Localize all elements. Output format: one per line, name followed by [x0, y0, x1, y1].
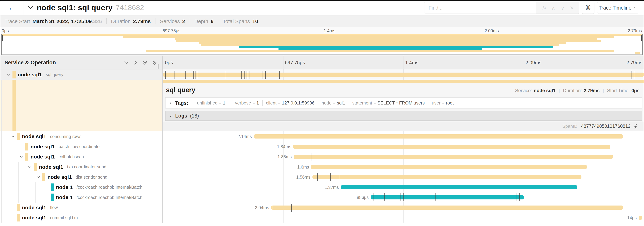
expand-one-icon[interactable] [133, 60, 138, 65]
find-next-icon[interactable]: ∨ [561, 5, 564, 11]
log-marker [330, 173, 331, 181]
span-name: node sql1flow [22, 202, 58, 213]
span-color-bar [17, 204, 20, 211]
span-gantt-row[interactable]: 886μs [163, 192, 644, 202]
span-tree-row[interactable]: node 1/cockroach.roachpb.Internal/Batch [0, 192, 162, 202]
tags-accordion[interactable]: Tags: _unfinished=1_verbose=1client=127.… [165, 97, 642, 108]
span-gantt-row[interactable]: 1.84ms [163, 142, 644, 152]
log-marker [197, 71, 198, 79]
span-bar[interactable] [294, 155, 613, 159]
minimap-span [239, 46, 553, 48]
span-bar[interactable] [271, 205, 623, 210]
minimap-span [2, 34, 642, 36]
span-tree-row[interactable]: node sql1colbatchscan [0, 152, 162, 162]
link-icon[interactable] [633, 124, 638, 129]
service-name: node sql1 [22, 215, 46, 221]
summary-value: 6 [211, 19, 214, 24]
equals-sign: = [278, 101, 280, 106]
top-bar: ← node sql1: sql query 7418682 ◎ ∧ ∨ × ⌘… [0, 0, 644, 16]
span-duration-label: 1.6ms [297, 164, 309, 169]
logs-accordion[interactable]: Logs (18) [165, 111, 642, 121]
log-marker [279, 71, 280, 79]
span-gantt-row[interactable]: 14μs [163, 213, 644, 223]
log-marker [616, 143, 617, 151]
collapse-all-icon[interactable] [142, 60, 148, 65]
trace-collapse-chevron-icon[interactable] [28, 5, 34, 11]
service-name: node sql1 [18, 72, 42, 78]
log-marker [516, 193, 516, 201]
log-marker [389, 193, 390, 201]
span-gantt-row[interactable] [163, 69, 644, 80]
summary-label: Trace Start [4, 19, 30, 24]
minimap-scrubber-left-handle[interactable] [2, 35, 2, 41]
trace-view-selector[interactable]: Trace Timeline [597, 2, 638, 14]
chevron-down-icon[interactable] [6, 73, 10, 77]
trace-minimap: 0μs 697.75μs 1.4ms 2.09ms 2.79ms [0, 27, 644, 56]
minimap-scrubber-right-handle[interactable] [642, 35, 642, 41]
operation-name: txn coordinator send [67, 164, 106, 169]
service-name: node sql1 [22, 133, 46, 139]
span-bar[interactable] [293, 145, 610, 149]
log-marker [592, 163, 592, 171]
log-marker [311, 153, 312, 161]
span-bar[interactable] [371, 195, 524, 199]
span-duration-label: 1.85ms [278, 154, 292, 159]
match-target-icon[interactable]: ◎ [542, 5, 546, 11]
back-arrow-icon: ← [8, 3, 16, 12]
span-bar[interactable] [163, 73, 644, 77]
logs-label: Logs [175, 113, 187, 119]
span-tree-row[interactable]: node sql1consuming rows [0, 131, 162, 142]
log-marker [272, 204, 273, 211]
chevron-down-icon[interactable] [28, 165, 32, 169]
tag-item: user=root [428, 100, 457, 106]
find-clear-icon[interactable]: × [570, 4, 574, 12]
span-tree-row[interactable]: node sql1flow [0, 202, 162, 213]
minimap-canvas[interactable] [2, 34, 642, 55]
column-resizer-grip[interactable] [157, 64, 158, 69]
tag-key: node [322, 100, 332, 106]
panel-divider[interactable] [162, 56, 162, 223]
tag-value: root [446, 100, 454, 106]
span-tree-row[interactable]: node sql1dist sender send [0, 172, 162, 182]
span-gantt-row[interactable]: 1.56ms [163, 172, 644, 182]
expand-all-icon[interactable] [152, 60, 157, 65]
tag-key: client [266, 100, 276, 106]
chevron-down-icon[interactable] [36, 175, 40, 179]
span-bar[interactable] [639, 215, 642, 220]
back-button[interactable]: ← [0, 0, 24, 15]
find-prev-icon[interactable]: ∧ [552, 5, 555, 11]
span-gantt-row[interactable]: 1.37ms [163, 182, 644, 192]
span-bar[interactable] [311, 165, 587, 169]
chevron-down-icon[interactable] [20, 155, 23, 159]
summary-item: Trace StartMarch 31 2022, 17:25:09.326 [4, 19, 102, 24]
span-tree-row[interactable]: node sql1commit sql txn [0, 213, 162, 223]
trace-summary-bar: Trace StartMarch 31 2022, 17:25:09.326Du… [0, 16, 644, 27]
log-marker [317, 173, 318, 181]
operation-name: colbatchscan [58, 154, 84, 159]
indent-guide [18, 162, 18, 172]
span-tree-row[interactable]: node sql1batch flow coordinator [0, 142, 162, 152]
span-gantt-row[interactable]: 2.04ms [163, 202, 644, 213]
span-bar [163, 80, 644, 83]
tag-item: client=127.0.0.1:59936 [262, 100, 318, 106]
find-input[interactable] [424, 2, 536, 14]
span-tree-row[interactable]: node sql1txn coordinator send [0, 162, 162, 172]
ruler-tick-label: 2.09ms [526, 56, 542, 70]
span-bar[interactable] [341, 185, 577, 189]
collapse-one-icon[interactable] [124, 60, 129, 65]
span-gantt-row[interactable]: 2.14ms [163, 131, 644, 142]
span-bar[interactable] [312, 175, 582, 179]
summary-value-suffix: .326 [92, 19, 102, 24]
chevron-down-icon[interactable] [11, 135, 15, 138]
span-gantt-row[interactable]: 1.6ms [163, 162, 644, 172]
span-gantt-row[interactable]: 1.85ms [163, 152, 644, 162]
operation-name: commit sql txn [50, 215, 78, 220]
span-tree-row[interactable]: node sql1sql query [0, 69, 162, 80]
span-bar[interactable] [254, 134, 623, 138]
log-marker [435, 193, 436, 201]
keyboard-shortcuts-button[interactable]: ⌘ [582, 2, 594, 14]
span-tree-row[interactable]: node 1/cockroach.roachpb.Internal/Batch [0, 182, 162, 192]
summary-value: March 31 2022, 17:25:09 [32, 19, 92, 24]
indent-guide [27, 192, 27, 202]
minimap-span [176, 40, 600, 42]
